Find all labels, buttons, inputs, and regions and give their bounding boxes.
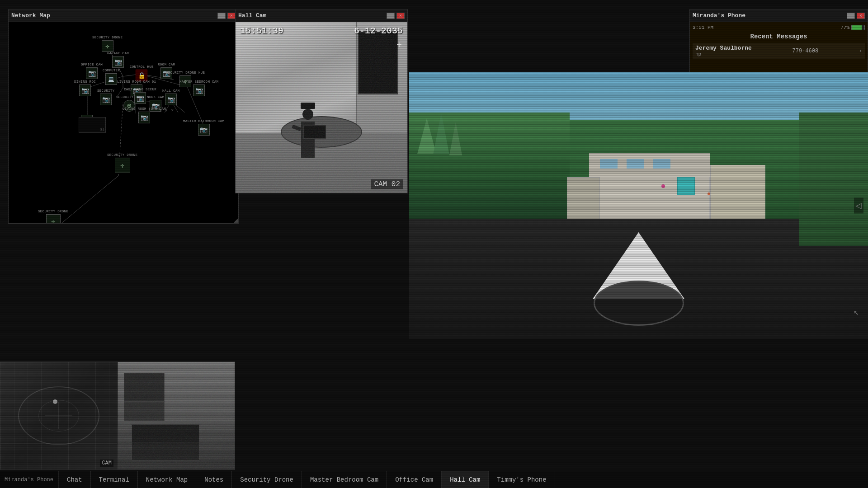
cursor-indicator: ↖: [854, 306, 859, 318]
main-area: ↖ ◁ Network Map _ X: [0, 0, 868, 488]
message-item-jeremy[interactable]: Jeremy Saulborne np 779-4608 ›: [693, 43, 865, 59]
taskbar: Miranda's Phone Chat Terminal Network Ma…: [0, 471, 868, 488]
miranda-phone-minimize[interactable]: _: [847, 13, 855, 19]
taskbar-chat[interactable]: Chat: [59, 471, 91, 488]
person-hat: [301, 103, 315, 109]
message-preview: np: [695, 52, 752, 57]
taskbar-notes[interactable]: Notes: [196, 471, 232, 488]
wall-screen: [358, 31, 398, 94]
node-garage-cam[interactable]: GARAGE CAM 📷: [107, 52, 129, 68]
taskbar-timmys-phone[interactable]: Timmy's Phone: [489, 471, 555, 488]
message-number: 779-4608: [793, 48, 819, 54]
miranda-phone-titlebar: Miranda's Phone _ X: [690, 9, 868, 22]
hall-cam-content: 15:51:39 6-12-2035 + CAM 02: [236, 22, 407, 193]
phone-status-bar: 3:51 PM 77%: [693, 25, 865, 30]
right-trees: [799, 113, 868, 246]
bottom-cam-left-label: CAM: [100, 460, 113, 467]
battery-bar: [851, 25, 865, 30]
node-control-hub[interactable]: CONTROL HUB 🔒: [130, 65, 154, 81]
drone-scene: ↖ ◁: [409, 72, 868, 339]
taskbar-network-map[interactable]: Network Map: [138, 471, 196, 488]
node-office-cam[interactable]: OFFICE CAM 📷: [81, 63, 103, 79]
miranda-phone-window: Miranda's Phone _ X 3:51 PM 77% Recent M…: [689, 9, 868, 72]
shelf-top: [124, 373, 164, 388]
miranda-phone-title: Miranda's Phone: [693, 12, 745, 19]
person-head: [302, 109, 313, 120]
hall-cam-controls: _ X: [387, 13, 405, 19]
taskbar-miranda-phone[interactable]: Miranda's Phone: [0, 471, 59, 488]
node-security[interactable]: SECURITY 📷: [97, 89, 114, 105]
drone-view-panel: ↖ ◁: [409, 72, 868, 339]
hall-cam-close[interactable]: X: [396, 13, 405, 19]
cam-time: 15:51:39: [240, 26, 283, 36]
left-trees: [409, 113, 570, 233]
bottom-cam-right: [118, 361, 235, 470]
taskbar-hall-cam[interactable]: Hall Cam: [442, 471, 489, 488]
bottom-cam-left: CAM: [0, 361, 118, 470]
hall-cam-minimize[interactable]: _: [387, 13, 395, 19]
node-master-bathroom-cam[interactable]: MASTER BATHROOM CAM 📷: [183, 119, 224, 136]
recent-messages-title: Recent Messages: [693, 33, 865, 40]
miranda-phone-controls: _ X: [847, 13, 865, 19]
network-map-close[interactable]: X: [227, 13, 236, 19]
laptop: [303, 125, 326, 139]
shelf-mid: [124, 387, 164, 402]
battery-fill: [852, 25, 862, 30]
network-map-title: Network Map: [11, 12, 50, 19]
bottom-cam-panel: CAM: [0, 361, 235, 470]
furniture-top: [132, 425, 199, 442]
room-shelf: [124, 373, 165, 421]
miranda-phone-close[interactable]: X: [857, 13, 865, 19]
hall-cam-scene: [236, 22, 407, 193]
network-map-content: SECURITY DRONE ✛ GARAGE CAM 📷 OFFICE CAM…: [9, 22, 238, 223]
network-map-controls: _ X: [217, 13, 236, 19]
network-map-window: Network Map _ X: [8, 9, 239, 224]
hall-cam-titlebar: Hall Cam _ X: [236, 9, 407, 22]
node-security-drone-top[interactable]: SECURITY DRONE ✛: [92, 36, 123, 52]
cam-plus-icon: +: [396, 40, 402, 51]
network-map-resize[interactable]: [233, 218, 238, 223]
node-master-bedroom-cam[interactable]: MASTER BEDROOM CAM 📷: [179, 80, 218, 96]
message-arrow-icon: ›: [859, 48, 862, 54]
node-hall-cam[interactable]: HALL CAM 📷: [162, 89, 179, 105]
battery-percentage: 77%: [840, 25, 849, 30]
cam-date: 6-12-2035: [354, 26, 403, 36]
crosshair-h: [45, 416, 72, 416]
network-map-titlebar: Network Map _ X: [9, 9, 238, 22]
battery-indicator: 77%: [840, 25, 865, 30]
network-map-minimize[interactable]: _: [217, 13, 226, 19]
room-cam-scene: [118, 362, 235, 469]
taskbar-master-bedroom-cam[interactable]: Master Bedroom Cam: [302, 471, 387, 488]
cam-id-label: CAM 02: [371, 179, 403, 189]
unknown-nodes: ? ? ?: [159, 108, 174, 113]
taskbar-office-cam[interactable]: Office Cam: [387, 471, 442, 488]
message-name: Jeremy Saulborne: [695, 45, 752, 52]
node-dining-roc[interactable]: DINING ROC 📷: [74, 80, 96, 96]
floor-cam-scene: [0, 362, 117, 469]
taskbar-security-drone[interactable]: Security Drone: [232, 471, 302, 488]
node-security-drone-bot[interactable]: SECURITY DRONE ✛ 🔒: [38, 210, 68, 223]
nav-arrow[interactable]: ◁: [854, 198, 863, 214]
hall-cam-window: Hall Cam _ X: [235, 9, 408, 193]
drone-pad: [594, 281, 684, 326]
person-dot-2: [708, 192, 710, 195]
phone-time: 3:51 PM: [693, 25, 713, 30]
hall-cam-title: Hall Cam: [238, 12, 266, 19]
taskbar-terminal[interactable]: Terminal: [91, 471, 138, 488]
room-furniture: [132, 424, 199, 460]
node-security-drone-mid[interactable]: SECURITY DRONE ✛: [107, 153, 137, 173]
box-node: $1: [79, 117, 106, 133]
phone-content: 3:51 PM 77% Recent Messages Jeremy Saulb…: [690, 22, 868, 72]
